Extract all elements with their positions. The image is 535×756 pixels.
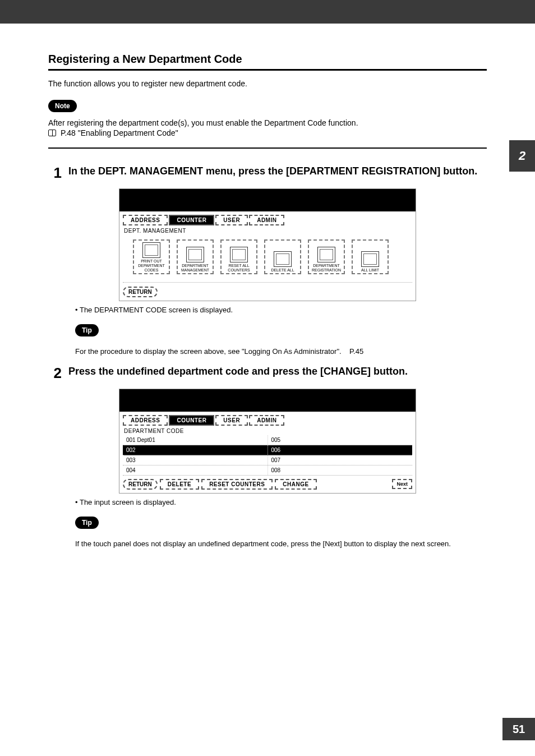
table-row-selected[interactable]: 002 006 [123, 445, 412, 455]
screenshot-titlebar [119, 189, 416, 211]
note-badge: Note [48, 100, 77, 112]
rule [48, 69, 487, 71]
screen-name-1: DEPT. MANAGEMENT [119, 225, 416, 235]
dept-code-006: 006 [268, 445, 413, 455]
tip-text-1: For the procedure to display the screen … [75, 347, 487, 357]
note-reference: P.48 "Enabling Department Code" [48, 128, 487, 137]
dept-code-004: 004 [123, 465, 268, 475]
page-number: 51 [502, 718, 535, 740]
table-row[interactable]: 003 007 [123, 455, 412, 465]
step-number-2: 2 [48, 365, 62, 382]
delete-all-button[interactable]: DELETE ALL [264, 239, 301, 274]
tab-user[interactable]: USER [215, 215, 248, 225]
screenshot-step-2: ADDRESS COUNTER USER ADMIN DEPARTMENT CO… [119, 389, 416, 494]
table-row[interactable]: 001 Dept01 005 [123, 435, 412, 445]
tab-admin[interactable]: ADMIN [249, 215, 284, 225]
limit-icon [361, 251, 379, 267]
dept-code-002: 002 [123, 445, 268, 455]
tab-address[interactable]: ADDRESS [123, 415, 168, 426]
step-number-1: 1 [48, 164, 62, 182]
return-button[interactable]: RETURN [123, 479, 158, 490]
dept-code-005: 005 [268, 435, 413, 445]
section-title: Registering a New Department Code [48, 53, 487, 66]
reset-all-counters-button[interactable]: RESET ALL COUNTERS [220, 239, 257, 274]
tip-text-2: If the touch panel does not display an u… [75, 539, 487, 549]
counter-icon [230, 247, 248, 262]
tab-user[interactable]: USER [215, 415, 248, 426]
tab-admin[interactable]: ADMIN [249, 415, 284, 426]
screen-name-2: DEPARTMENT CODE [119, 426, 416, 435]
step-2-bullet: • The input screen is displayed. [75, 498, 487, 506]
tab-counter[interactable]: COUNTER [169, 415, 214, 426]
dept-code-008: 008 [268, 465, 413, 475]
table-row[interactable]: 004 008 [123, 465, 412, 476]
step-text-1: In the DEPT. MANAGEMENT menu, press the … [68, 164, 477, 178]
screenshot-titlebar [119, 389, 416, 412]
intro-text: The function allows you to register new … [48, 79, 487, 90]
tip-badge-2: Tip [75, 517, 99, 529]
tip-badge-1: Tip [75, 324, 99, 336]
department-registration-button[interactable]: DEPARTMENT REGISTRATION [308, 239, 345, 274]
book-icon [48, 130, 56, 136]
dept-code-007: 007 [268, 455, 413, 465]
note-ref-text: P.48 "Enabling Department Code" [61, 128, 178, 137]
chapter-tab: 2 [509, 140, 535, 172]
change-button[interactable]: CHANGE [275, 479, 316, 490]
dept-code-001: 001 Dept01 [123, 435, 268, 445]
register-icon [317, 247, 335, 262]
document-icon [142, 242, 160, 258]
delete-button[interactable]: DELETE [160, 479, 199, 490]
trash-icon [274, 251, 292, 267]
screenshot-step-1: ADDRESS COUNTER USER ADMIN DEPT. MANAGEM… [119, 188, 416, 301]
all-limit-button[interactable]: ALL LIMIT [352, 239, 389, 274]
top-bar [0, 0, 535, 24]
print-out-dept-codes-button[interactable]: PRINT OUT DEPARTMENT CODES [133, 239, 170, 274]
department-management-button[interactable]: DEPARTMENT MANAGEMENT [177, 239, 214, 274]
rule [48, 147, 487, 149]
step-1-bullet: • The DEPARTMENT CODE screen is displaye… [75, 306, 487, 314]
reset-counters-button[interactable]: RESET COUNTERS [201, 479, 273, 490]
gauge-icon [186, 247, 204, 262]
return-button[interactable]: RETURN [123, 287, 158, 297]
note-text: After registering the department code(s)… [48, 118, 487, 129]
tab-address[interactable]: ADDRESS [123, 215, 168, 225]
step-text-2: Press the undefined department code and … [68, 365, 408, 378]
dept-code-003: 003 [123, 455, 268, 465]
tab-counter[interactable]: COUNTER [169, 215, 214, 225]
next-button[interactable]: Next [392, 479, 412, 489]
